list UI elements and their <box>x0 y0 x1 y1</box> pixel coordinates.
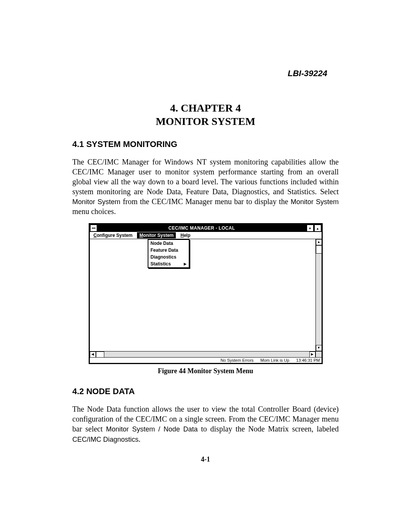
client-area: Node Data Feature Data Diagnostics Stati… <box>90 239 322 357</box>
scroll-up-button[interactable]: ▲ <box>316 239 322 245</box>
dropdown-statistics[interactable]: Statistics▶ <box>148 260 189 267</box>
body-text: The CEC/IMC Manager for Windows NT syste… <box>72 158 339 196</box>
figure-44: CEC/IMC MANAGER - LOCAL Configure System… <box>89 223 323 375</box>
section-4-2-heading: 4.2 NODE DATA <box>72 387 339 396</box>
scroll-down-button[interactable]: ▼ <box>316 345 322 351</box>
system-menu-icon[interactable] <box>90 224 97 232</box>
app-window: CEC/IMC MANAGER - LOCAL Configure System… <box>89 223 323 364</box>
horizontal-scrollbar[interactable]: ◀ ▶ <box>90 351 315 357</box>
window-title: CEC/IMC MANAGER - LOCAL <box>97 224 306 232</box>
scroll-corner <box>315 351 322 357</box>
menu-ref: Monitor System <box>72 198 120 206</box>
dropdown-diagnostics[interactable]: Diagnostics <box>148 254 189 260</box>
titlebar: CEC/IMC MANAGER - LOCAL <box>90 224 322 232</box>
maximize-button[interactable] <box>314 224 322 232</box>
body-text: to display the Node Matrix screen, label… <box>198 425 339 433</box>
figure-caption: Figure 44 Monitor System Menu <box>89 367 323 375</box>
menubar: Configure System Monitor System Help <box>90 232 322 239</box>
vertical-scrollbar[interactable]: ▲ ▼ <box>315 239 322 351</box>
body-text: menu choices. <box>72 207 116 216</box>
menu-ref: Monitor System <box>291 198 339 206</box>
menu-ref: CEC/IMC Diagnostics <box>72 436 139 443</box>
scroll-right-button[interactable]: ▶ <box>309 351 315 358</box>
submenu-arrow-icon: ▶ <box>184 262 186 266</box>
statusbar: No System Errors Mom Link is Up 13:46:31… <box>90 357 322 363</box>
chapter-line1: 4. CHAPTER 4 <box>170 102 241 114</box>
section-4-2-body: The Node Data function allows the user t… <box>72 404 339 444</box>
menu-configure-system[interactable]: Configure System <box>91 232 135 238</box>
status-time: 13:46:31 PM <box>296 358 320 363</box>
minimize-button[interactable] <box>306 224 314 232</box>
scroll-thumb[interactable] <box>96 351 104 358</box>
status-errors: No System Errors <box>221 358 254 363</box>
menu-help[interactable]: Help <box>178 232 193 238</box>
menu-ref: Monitor System / Node Data <box>106 425 198 433</box>
body-text: . <box>139 435 140 443</box>
page-number: 4-1 <box>0 455 411 463</box>
document-id: LBI-39224 <box>72 69 339 78</box>
dropdown-feature-data[interactable]: Feature Data <box>148 247 189 254</box>
scroll-thumb[interactable] <box>316 245 322 254</box>
monitor-system-dropdown: Node Data Feature Data Diagnostics Stati… <box>148 239 190 268</box>
scroll-left-button[interactable]: ◀ <box>90 351 96 358</box>
chapter-title: 4. CHAPTER 4 MONITOR SYSTEM <box>72 101 339 128</box>
chapter-line2: MONITOR SYSTEM <box>156 115 255 127</box>
status-link: Mom Link is Up <box>260 358 289 363</box>
section-4-1-body: The CEC/IMC Manager for Windows NT syste… <box>72 157 339 216</box>
menu-monitor-system[interactable]: Monitor System <box>137 232 176 238</box>
body-text: from the CEC/IMC Manager menu bar to dis… <box>120 197 290 206</box>
dropdown-node-data[interactable]: Node Data <box>148 240 189 247</box>
section-4-1-heading: 4.1 SYSTEM MONITORING <box>72 139 339 149</box>
